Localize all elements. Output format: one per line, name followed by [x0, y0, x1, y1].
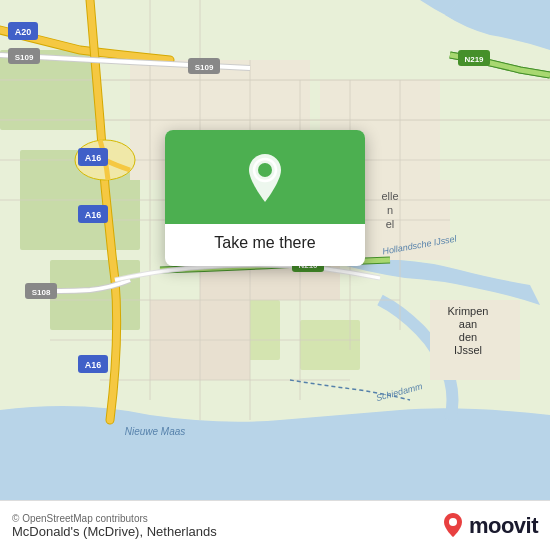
location-pin-icon: [243, 152, 287, 206]
location-title: McDonald's (McDrive), Netherlands: [12, 524, 217, 539]
svg-text:S109: S109: [15, 53, 34, 62]
footer-left: © OpenStreetMap contributors McDonald's …: [12, 513, 217, 539]
svg-point-57: [449, 518, 457, 526]
svg-text:S109: S109: [195, 63, 214, 72]
svg-rect-5: [300, 320, 360, 370]
moovit-pin-icon: [441, 512, 465, 540]
svg-text:A16: A16: [85, 153, 102, 163]
map-container[interactable]: A20 S109 S109 A16 A16 A16 S108 N219 N210…: [0, 0, 550, 500]
svg-text:el: el: [386, 218, 395, 230]
moovit-text: moovit: [469, 513, 538, 539]
map-credit: © OpenStreetMap contributors: [12, 513, 217, 524]
svg-text:n: n: [387, 204, 393, 216]
svg-text:Nieuwe Maas: Nieuwe Maas: [125, 426, 186, 437]
svg-text:elle: elle: [381, 190, 398, 202]
svg-rect-3: [50, 260, 140, 330]
svg-text:A20: A20: [15, 27, 32, 37]
take-me-there-label: Take me there: [198, 224, 331, 266]
svg-text:S108: S108: [32, 288, 51, 297]
svg-text:A16: A16: [85, 360, 102, 370]
svg-text:den: den: [459, 331, 477, 343]
popup-icon-area: [165, 130, 365, 224]
svg-text:A16: A16: [85, 210, 102, 220]
footer-bar: © OpenStreetMap contributors McDonald's …: [0, 500, 550, 550]
svg-text:N219: N219: [464, 55, 484, 64]
svg-point-55: [258, 163, 272, 177]
svg-text:IJssel: IJssel: [454, 344, 482, 356]
svg-text:aan: aan: [459, 318, 477, 330]
popup-card[interactable]: Take me there: [165, 130, 365, 266]
moovit-logo: moovit: [441, 512, 538, 540]
svg-text:Krimpen: Krimpen: [448, 305, 489, 317]
